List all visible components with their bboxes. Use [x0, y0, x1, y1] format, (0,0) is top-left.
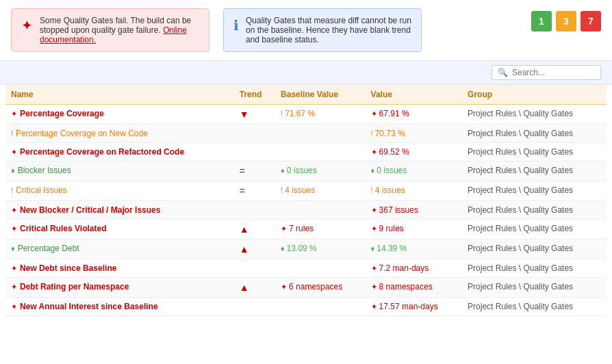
baseline-cell [275, 201, 366, 220]
name-cell: !Percentage Coverage on New Code [5, 125, 234, 143]
row-status-icon: ✦ [11, 148, 17, 156]
table-header: Name Trend Baseline Value Value Group [5, 85, 607, 105]
baseline-icon: ♦ [281, 166, 285, 174]
banner-blue: ℹ Quality Gates that measure diff cannot… [223, 8, 422, 52]
group-cell: Project Rules \ Quality Gates [462, 143, 607, 161]
value-icon: ✦ [371, 302, 377, 311]
badge-yellow[interactable]: 3 [556, 11, 576, 31]
baseline-cell: !71.67 % [275, 105, 366, 125]
value-icon: ! [371, 186, 373, 194]
value-text: 367 issues [379, 205, 418, 215]
row-name-text[interactable]: Percentage Coverage on New Code [16, 129, 148, 138]
trend-cell: ▲ [234, 220, 275, 239]
search-box[interactable]: 🔍 [492, 65, 601, 80]
trend-cell [234, 201, 275, 220]
row-name-text[interactable]: Critical Rules Violated [20, 224, 107, 233]
badge-green[interactable]: 1 [531, 11, 552, 31]
baseline-icon: ! [281, 186, 283, 194]
baseline-icon: ✦ [281, 283, 287, 291]
group-cell: Project Rules \ Quality Gates [462, 239, 607, 259]
group-cell: Project Rules \ Quality Gates [462, 298, 607, 316]
baseline-cell [275, 259, 366, 278]
baseline-cell: ✦6 namespaces [275, 278, 366, 298]
row-status-icon: ✦ [11, 302, 17, 311]
row-status-icon: ! [11, 186, 13, 194]
value-cell: ♦14.39 % [366, 239, 462, 259]
trend-cell: ▲ [234, 239, 275, 259]
baseline-value-text: 7 rules [289, 224, 314, 233]
badge-row: 1 3 7 [531, 8, 601, 31]
value-cell: ✦9 rules [366, 220, 462, 239]
top-section: ✦ Some Quality Gates fail. The build can… [0, 0, 612, 60]
row-name-text[interactable]: New Annual Interest since Baseline [20, 302, 158, 311]
value-cell: ✦7.2 man-days [366, 259, 462, 278]
row-name-text[interactable]: Debt Rating per Namespace [20, 282, 129, 291]
value-text: 7.2 man-days [379, 263, 429, 273]
trend-icon: = [240, 185, 245, 196]
name-cell: ✦New Debt since Baseline [5, 259, 234, 278]
value-cell: !4 issues [366, 181, 462, 201]
trend-icon: ▲ [240, 244, 249, 255]
value-icon: ♦ [371, 166, 375, 174]
row-status-icon: ✦ [11, 206, 17, 214]
row-name-text[interactable]: Percentage Coverage [20, 109, 104, 118]
trend-cell: ▼ [234, 105, 275, 125]
row-name-text[interactable]: Critical Issues [16, 185, 67, 195]
table-row: !Critical Issues=!4 issues!4 issuesProje… [5, 181, 607, 201]
row-name-text[interactable]: New Debt since Baseline [20, 263, 116, 273]
table-body: ✦Percentage Coverage▼!71.67 %✦67.91 %Pro… [5, 105, 607, 316]
value-cell: !70.73 % [366, 125, 462, 143]
baseline-cell: ♦0 issues [275, 161, 366, 181]
table-row: ♦Percentage Debt▲♦13.09 %♦14.39 %Project… [5, 239, 607, 259]
baseline-cell [275, 143, 366, 161]
value-text: 17.57 man-days [379, 302, 438, 311]
table-row: ✦New Debt since Baseline✦7.2 man-daysPro… [5, 259, 607, 278]
name-cell: ✦Percentage Coverage on Refactored Code [5, 143, 234, 161]
trend-cell: = [234, 181, 275, 201]
col-baseline: Baseline Value [275, 85, 366, 105]
group-cell: Project Rules \ Quality Gates [462, 161, 607, 181]
table-row: ✦Percentage Coverage on Refactored Code✦… [5, 143, 607, 161]
group-cell: Project Rules \ Quality Gates [462, 181, 607, 201]
group-cell: Project Rules \ Quality Gates [462, 201, 607, 220]
badge-red[interactable]: 7 [581, 11, 601, 31]
baseline-icon: ✦ [281, 224, 287, 233]
name-cell: ♦Blocker Issues [5, 161, 234, 181]
name-cell: ♦Percentage Debt [5, 239, 234, 259]
value-icon: ♦ [371, 244, 375, 252]
col-name: Name [5, 85, 234, 105]
table-row: ✦Debt Rating per Namespace▲✦6 namespaces… [5, 278, 607, 298]
table-row: ✦Critical Rules Violated▲✦7 rules✦9 rule… [5, 220, 607, 239]
group-cell: Project Rules \ Quality Gates [462, 125, 607, 143]
table-row: ♦Blocker Issues=♦0 issues♦0 issuesProjec… [5, 161, 607, 181]
row-name-text[interactable]: Blocker Issues [18, 166, 71, 175]
baseline-cell [275, 298, 366, 316]
group-cell: Project Rules \ Quality Gates [462, 278, 607, 298]
trend-icon: ▼ [240, 109, 249, 120]
table-area: Name Trend Baseline Value Value Group ✦P… [0, 85, 612, 322]
baseline-icon: ! [281, 109, 283, 118]
value-icon: ✦ [371, 206, 377, 214]
value-text: 0 issues [377, 166, 407, 175]
value-text: 8 namespaces [379, 282, 433, 291]
baseline-value-text: 13.09 % [287, 244, 317, 253]
table-row: ✦New Blocker / Critical / Major Issues✦3… [5, 201, 607, 220]
row-name-text[interactable]: Percentage Coverage on Refactored Code [20, 147, 184, 157]
search-input[interactable] [512, 68, 595, 77]
value-cell: ✦367 issues [366, 201, 462, 220]
warning-icon: ✦ [21, 17, 33, 34]
row-status-icon: ✦ [11, 283, 17, 291]
trend-cell [234, 298, 275, 316]
baseline-cell: ♦13.09 % [275, 239, 366, 259]
value-icon: ✦ [371, 264, 377, 272]
value-icon: ✦ [371, 224, 377, 233]
row-name-text[interactable]: Percentage Debt [18, 244, 79, 253]
value-cell: ✦8 namespaces [366, 278, 462, 298]
banner-red: ✦ Some Quality Gates fail. The build can… [11, 8, 209, 52]
search-area: 🔍 [0, 60, 612, 85]
row-name-text[interactable]: New Blocker / Critical / Major Issues [20, 205, 160, 215]
trend-cell [234, 125, 275, 143]
table-row: ✦Percentage Coverage▼!71.67 %✦67.91 %Pro… [5, 105, 607, 125]
baseline-value-text: 0 issues [287, 166, 317, 175]
baseline-value-text: 4 issues [285, 185, 315, 195]
